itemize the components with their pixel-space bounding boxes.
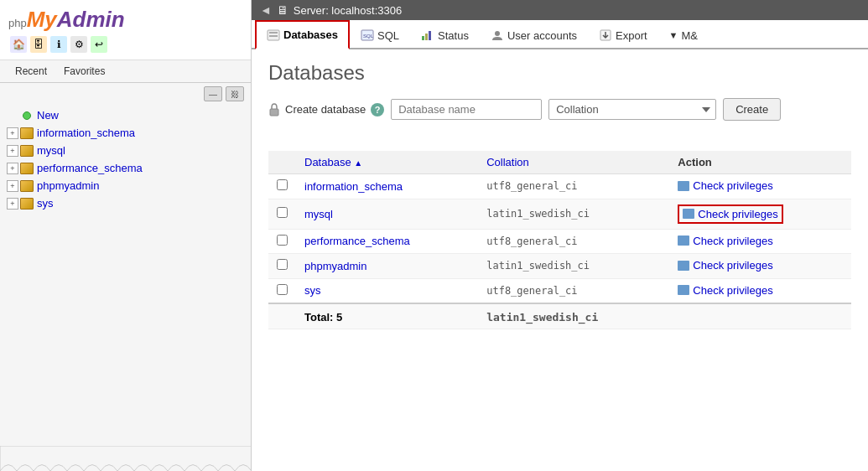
tab-sql-label: SQL bbox=[377, 29, 399, 42]
tab-status-label: Status bbox=[438, 29, 469, 42]
tab-favorites[interactable]: Favorites bbox=[55, 64, 113, 79]
check-privileges-button[interactable]: Check privileges bbox=[678, 179, 772, 192]
tab-sql[interactable]: SQL SQL bbox=[350, 22, 410, 49]
back-arrow[interactable]: ◄ bbox=[260, 3, 272, 17]
check-privileges-button[interactable]: Check privileges bbox=[678, 259, 772, 272]
info-icon[interactable]: ℹ bbox=[50, 36, 67, 53]
logo-icons: 🏠 🗄 ℹ ⚙ ↩ bbox=[8, 36, 242, 53]
db-icon bbox=[20, 180, 34, 192]
expand-icon[interactable]: + bbox=[7, 145, 18, 157]
privileges-icon bbox=[678, 285, 689, 295]
header-collation[interactable]: Collation bbox=[478, 151, 669, 174]
tree-item-new[interactable]: New bbox=[0, 106, 251, 124]
svg-rect-2 bbox=[269, 35, 278, 37]
tab-more[interactable]: ▼ M& bbox=[658, 22, 709, 49]
database-icon[interactable]: 🗄 bbox=[30, 36, 47, 53]
collation-select[interactable]: Collation bbox=[548, 99, 716, 120]
table-row: phpmyadminlatin1_swedish_ciCheck privile… bbox=[268, 254, 851, 279]
tab-more-label: M& bbox=[681, 29, 698, 42]
tab-recent[interactable]: Recent bbox=[7, 64, 55, 79]
create-db-text: Create database bbox=[285, 103, 366, 116]
logo-php: php bbox=[8, 17, 27, 29]
expand-icon[interactable]: + bbox=[7, 198, 18, 210]
main-content: ◄ 🖥 Server: localhost:3306 Databases SQL… bbox=[252, 0, 868, 471]
privileges-icon bbox=[678, 261, 689, 271]
home-icon[interactable]: 🏠 bbox=[10, 36, 27, 53]
checkbox-header bbox=[268, 151, 296, 174]
svg-text:SQL: SQL bbox=[363, 34, 374, 39]
db-link[interactable]: information_schema bbox=[37, 127, 135, 139]
help-icon[interactable]: ? bbox=[371, 103, 384, 116]
expand-icon[interactable]: + bbox=[7, 163, 18, 174]
check-privileges-button[interactable]: Check privileges bbox=[678, 204, 782, 224]
tab-bar: Databases SQL SQL Status User accounts bbox=[252, 20, 868, 49]
tree-item-information_schema[interactable]: + information_schema bbox=[0, 124, 251, 142]
db-name-link[interactable]: sys bbox=[304, 284, 321, 297]
svg-rect-7 bbox=[429, 31, 431, 40]
sql-tab-icon: SQL bbox=[361, 29, 374, 41]
tree-item-mysql[interactable]: + mysql bbox=[0, 142, 251, 159]
db-link[interactable]: mysql bbox=[37, 144, 65, 157]
row-checkbox[interactable] bbox=[277, 207, 288, 218]
sidebar-controls: — ⛓ bbox=[0, 83, 251, 105]
tab-export[interactable]: Export bbox=[588, 22, 658, 49]
logo: phpMyAdmin bbox=[8, 7, 242, 33]
row-checkbox[interactable] bbox=[277, 284, 288, 295]
sort-arrow: ▲ bbox=[354, 158, 362, 168]
header-action: Action bbox=[669, 151, 851, 174]
tab-databases[interactable]: Databases bbox=[255, 20, 350, 49]
db-link[interactable]: phpmyadmin bbox=[37, 179, 99, 192]
collation-value: latin1_swedish_ci bbox=[478, 254, 669, 279]
row-checkbox[interactable] bbox=[277, 235, 288, 246]
svg-rect-5 bbox=[422, 36, 424, 40]
db-name-input[interactable] bbox=[391, 99, 542, 120]
table-row: performance_schemautf8_general_ciCheck p… bbox=[268, 229, 851, 254]
total-collation: latin1_swedish_ci bbox=[478, 303, 669, 329]
db-table: Database ▲ Collation Action information_… bbox=[268, 151, 851, 329]
db-link[interactable]: sys bbox=[37, 197, 54, 210]
svg-rect-13 bbox=[678, 236, 689, 246]
tree-item-performance_schema[interactable]: + performance_schema bbox=[0, 159, 251, 177]
sidebar: phpMyAdmin 🏠 🗄 ℹ ⚙ ↩ Recent Favorites — … bbox=[0, 0, 252, 471]
collapse-button[interactable]: — bbox=[204, 86, 222, 101]
svg-rect-6 bbox=[425, 34, 428, 40]
header-database[interactable]: Database ▲ bbox=[296, 151, 478, 174]
privileges-label: Check privileges bbox=[698, 208, 777, 220]
privileges-label: Check privileges bbox=[693, 259, 772, 272]
tab-status[interactable]: Status bbox=[410, 22, 480, 49]
new-circle bbox=[23, 111, 31, 120]
svg-rect-12 bbox=[683, 209, 694, 219]
row-checkbox[interactable] bbox=[277, 259, 288, 270]
new-db-icon bbox=[20, 110, 34, 122]
table-row: mysqllatin1_swedish_ciCheck privileges bbox=[268, 199, 851, 229]
tree-item-sys[interactable]: + sys bbox=[0, 194, 251, 212]
collation-value: utf8_general_ci bbox=[478, 229, 669, 254]
page-content: Databases Create database ? Collation Cr… bbox=[252, 49, 868, 471]
db-name-link[interactable]: performance_schema bbox=[304, 235, 410, 247]
server-icon: 🖥 bbox=[277, 3, 288, 17]
db-name-link[interactable]: information_schema bbox=[304, 180, 403, 193]
link-button[interactable]: ⛓ bbox=[226, 86, 244, 101]
db-link[interactable]: performance_schema bbox=[37, 162, 143, 174]
more-dropdown-icon: ▼ bbox=[669, 30, 678, 40]
expand-icon[interactable]: + bbox=[7, 180, 18, 192]
db-name-link[interactable]: mysql bbox=[304, 208, 333, 220]
gear-icon[interactable]: ⚙ bbox=[70, 36, 87, 53]
privileges-icon bbox=[678, 236, 689, 246]
db-name-link[interactable]: phpmyadmin bbox=[304, 260, 366, 272]
new-link[interactable]: New bbox=[37, 109, 59, 122]
check-privileges-button[interactable]: Check privileges bbox=[678, 284, 772, 297]
tree-item-phpmyadmin[interactable]: + phpmyadmin bbox=[0, 177, 251, 194]
tab-user-accounts[interactable]: User accounts bbox=[480, 22, 588, 49]
row-checkbox[interactable] bbox=[277, 179, 288, 190]
expand-icon[interactable]: + bbox=[7, 127, 18, 139]
check-privileges-button[interactable]: Check privileges bbox=[678, 235, 772, 247]
nav-tabs: Recent Favorites bbox=[0, 60, 251, 83]
db-icon bbox=[20, 198, 34, 210]
privileges-label: Check privileges bbox=[693, 235, 772, 247]
svg-rect-15 bbox=[678, 285, 689, 295]
collation-value: utf8_general_ci bbox=[478, 278, 669, 303]
status-tab-icon bbox=[421, 29, 434, 41]
create-button[interactable]: Create bbox=[723, 98, 781, 121]
exit-icon[interactable]: ↩ bbox=[91, 36, 107, 53]
